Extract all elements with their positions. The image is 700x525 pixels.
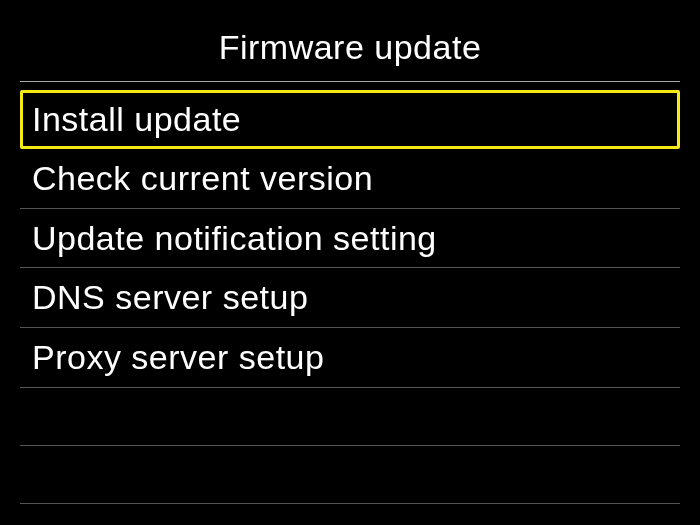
menu-item-label: Install update bbox=[32, 100, 241, 138]
menu-item-check-version[interactable]: Check current version bbox=[20, 149, 680, 209]
header: Firmware update bbox=[20, 10, 680, 81]
empty-row bbox=[20, 446, 680, 504]
menu-item-label: Proxy server setup bbox=[32, 338, 324, 376]
page-title: Firmware update bbox=[20, 28, 680, 67]
menu-item-update-notification[interactable]: Update notification setting bbox=[20, 209, 680, 269]
menu-item-install-update[interactable]: Install update bbox=[20, 90, 680, 149]
menu-item-label: Check current version bbox=[32, 159, 373, 197]
screen: Firmware update Install update Check cur… bbox=[20, 10, 680, 515]
menu-item-label: Update notification setting bbox=[32, 219, 437, 257]
empty-row bbox=[20, 388, 680, 446]
menu-list: Install update Check current version Upd… bbox=[20, 90, 680, 504]
menu-item-label: DNS server setup bbox=[32, 278, 308, 316]
header-divider bbox=[20, 81, 680, 82]
menu-item-dns-setup[interactable]: DNS server setup bbox=[20, 268, 680, 328]
menu-item-proxy-setup[interactable]: Proxy server setup bbox=[20, 328, 680, 388]
